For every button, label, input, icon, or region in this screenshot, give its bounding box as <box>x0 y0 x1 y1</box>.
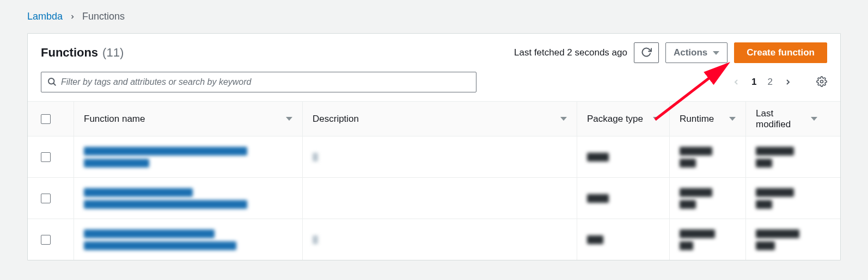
svg-point-4 <box>821 80 823 83</box>
redacted-content <box>756 188 794 209</box>
breadcrumb: Lambda Functions <box>27 11 841 22</box>
functions-panel: Functions (11) Last fetched 2 seconds ag… <box>27 33 841 260</box>
row-checkbox[interactable] <box>41 152 51 162</box>
page-number-2[interactable]: 2 <box>768 77 773 88</box>
functions-table: Function name Description Package type R… <box>28 101 840 260</box>
item-count: (11) <box>102 46 124 60</box>
row-checkbox[interactable] <box>41 194 51 203</box>
col-header-description[interactable]: Description <box>313 114 359 125</box>
table-header: Function name Description Package type R… <box>28 101 840 136</box>
sort-icon[interactable] <box>653 117 659 121</box>
search-icon <box>47 77 57 88</box>
actions-dropdown[interactable]: Actions <box>665 42 728 63</box>
refresh-icon <box>641 47 652 59</box>
redacted-content <box>84 229 236 250</box>
table-row[interactable] <box>28 219 840 260</box>
redacted-content <box>756 229 799 250</box>
chevron-right-icon <box>69 14 76 20</box>
page-number-1[interactable]: 1 <box>751 77 756 88</box>
redacted-content <box>587 194 609 203</box>
redacted-content <box>313 153 318 161</box>
page-title: Functions <box>41 46 98 60</box>
create-function-button[interactable]: Create function <box>734 42 827 63</box>
redacted-content <box>680 147 712 167</box>
sort-icon[interactable] <box>729 117 736 121</box>
paginator: 1 2 <box>732 76 827 89</box>
row-checkbox[interactable] <box>41 235 51 245</box>
col-header-modified[interactable]: Last modified <box>756 108 811 130</box>
refresh-button[interactable] <box>634 42 659 63</box>
svg-line-3 <box>53 83 55 85</box>
table-row[interactable] <box>28 136 840 177</box>
last-fetched-label: Last fetched 2 seconds ago <box>514 47 627 58</box>
page-prev[interactable] <box>732 78 741 86</box>
breadcrumb-root[interactable]: Lambda <box>27 11 63 22</box>
sort-icon[interactable] <box>811 117 817 121</box>
redacted-content <box>680 229 715 250</box>
col-header-runtime[interactable]: Runtime <box>680 114 714 125</box>
redacted-content <box>587 235 603 244</box>
col-header-name[interactable]: Function name <box>84 114 145 125</box>
redacted-content <box>680 188 712 209</box>
redacted-content <box>587 153 609 161</box>
redacted-content <box>756 147 794 167</box>
gear-icon <box>816 76 827 89</box>
actions-label: Actions <box>674 47 707 58</box>
page-next[interactable] <box>784 78 792 86</box>
col-header-package[interactable]: Package type <box>587 114 643 125</box>
caret-down-icon <box>713 51 719 55</box>
redacted-content <box>84 147 247 167</box>
settings-button[interactable] <box>816 76 827 89</box>
search-input[interactable] <box>61 77 470 87</box>
table-row[interactable] <box>28 177 840 219</box>
redacted-content <box>313 235 318 244</box>
sort-icon[interactable] <box>560 117 567 121</box>
redacted-content <box>84 188 247 209</box>
breadcrumb-current: Functions <box>82 11 125 22</box>
select-all-checkbox[interactable] <box>41 114 51 124</box>
sort-icon[interactable] <box>286 117 292 121</box>
search-box[interactable] <box>41 72 476 92</box>
